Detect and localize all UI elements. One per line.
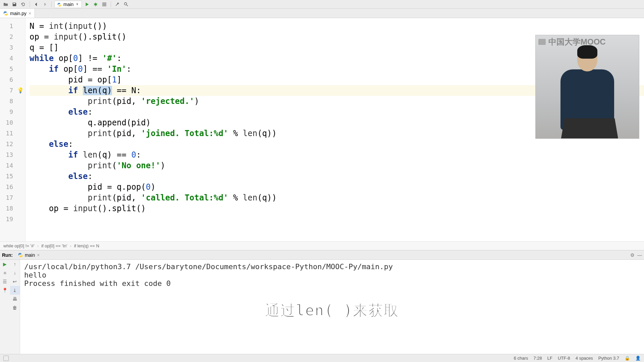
status-line-ending[interactable]: LF <box>547 356 552 361</box>
forward-icon[interactable] <box>41 1 49 8</box>
line-number: 12 <box>0 139 25 149</box>
svg-point-2 <box>124 2 127 5</box>
run-config-selector[interactable]: main ▼ <box>54 1 82 8</box>
toolbar-separator <box>51 1 52 7</box>
line-number: 7💡 <box>0 85 25 96</box>
tab-label: main.py <box>10 11 26 16</box>
status-bar: 6 chars 7:28 LF UTF-8 4 spaces Python 3.… <box>0 354 644 362</box>
line-number: 11 <box>0 128 25 139</box>
editor: 1 2 3 4 5 6 7💡 8 9 10 11 12 13 14 15 16 … <box>0 18 644 241</box>
line-number: 3 <box>0 42 25 53</box>
breadcrumb-item[interactable]: while op[0] != '#' <box>3 243 35 248</box>
back-icon[interactable] <box>33 1 40 8</box>
search-icon[interactable] <box>122 1 130 8</box>
status-indent[interactable]: 4 spaces <box>576 356 593 361</box>
open-icon[interactable] <box>2 1 9 8</box>
soft-wrap-icon[interactable]: ↩ <box>10 277 20 286</box>
rerun-button[interactable]: ▶ <box>0 260 10 268</box>
breadcrumb-item[interactable]: if op[0] == 'In' <box>41 243 67 248</box>
python-icon <box>57 2 61 6</box>
layout-icon[interactable]: ☰ <box>0 277 10 286</box>
presenter-figure <box>557 41 618 138</box>
breadcrumb-item[interactable]: if len(q) == N <box>74 243 99 248</box>
up-icon[interactable]: ↑ <box>10 260 20 268</box>
status-encoding[interactable]: UTF-8 <box>558 356 570 361</box>
line-number: 13 <box>0 149 25 160</box>
main-toolbar: main ▼ <box>0 0 644 9</box>
status-chars: 6 chars <box>514 356 528 361</box>
chevron-down-icon: ▼ <box>75 2 79 6</box>
line-number: 14 <box>0 160 25 171</box>
line-number: 5 <box>0 64 25 74</box>
line-number: 10 <box>0 117 25 128</box>
run-side-toolbar: ▶ ↑ ■ ↓ ☰ ↩ 📍 ⤓ 🖶 🗑 <box>0 260 20 354</box>
tab-main-py[interactable]: main.py × <box>0 9 35 18</box>
print-icon[interactable]: 🖶 <box>10 295 20 303</box>
line-number: 18 <box>0 203 25 214</box>
line-number: 4 <box>0 53 25 64</box>
status-caret-pos[interactable]: 7:28 <box>533 356 542 361</box>
tool-window-icon[interactable] <box>3 356 9 361</box>
run-button[interactable] <box>83 1 91 8</box>
line-number: 6 <box>0 74 25 85</box>
breadcrumb: while op[0] != '#' › if op[0] == 'In' › … <box>0 241 644 250</box>
editor-tabs: main.py × <box>0 9 644 18</box>
run-panel: Run: main × ⚙ — ▶ ↑ ■ ↓ ☰ ↩ 📍 ⤓ <box>0 250 644 354</box>
blank <box>0 295 10 303</box>
gear-icon[interactable]: ⚙ <box>630 252 635 258</box>
inspector-icon[interactable]: 👤 <box>635 356 641 361</box>
scroll-to-end-icon[interactable]: ⤓ <box>10 286 20 295</box>
status-interpreter[interactable]: Python 3.7 <box>598 356 619 361</box>
python-icon <box>3 11 8 16</box>
console-line: /usr/local/bin/python3.7 /Users/barytone… <box>24 262 640 271</box>
console-line: hello <box>24 271 640 279</box>
lock-icon[interactable]: 🔒 <box>625 356 630 361</box>
run-panel-header: Run: main × ⚙ — <box>0 250 644 260</box>
python-icon <box>18 253 23 257</box>
run-config-name: main <box>25 252 35 258</box>
run-label: Run: <box>2 252 13 258</box>
line-number: 9 <box>0 107 25 117</box>
intention-bulb-icon[interactable]: 💡 <box>17 85 24 96</box>
trash-icon[interactable]: 🗑 <box>10 303 20 312</box>
line-number: 19 <box>0 214 25 225</box>
svg-point-0 <box>95 3 97 5</box>
subtitle-overlay: 通过len( )来获取 <box>265 301 399 320</box>
logo-icon <box>538 39 546 45</box>
line-number: 2 <box>0 32 25 42</box>
pin-icon[interactable]: 📍 <box>0 286 10 295</box>
video-overlay: 中国大学MOOC <box>535 35 639 139</box>
line-number: 17 <box>0 192 25 203</box>
line-number: 8 <box>0 96 25 107</box>
line-number: 16 <box>0 182 25 192</box>
chevron-right-icon: › <box>70 243 71 248</box>
console-output[interactable]: /usr/local/bin/python3.7 /Users/barytone… <box>20 260 644 354</box>
selected-text: len(q) <box>83 86 112 95</box>
line-number: 15 <box>0 171 25 182</box>
run-config-label: main <box>63 2 73 7</box>
run-config-tab[interactable]: main × <box>15 252 43 258</box>
svg-rect-1 <box>102 2 106 6</box>
wrench-icon[interactable] <box>114 1 121 8</box>
line-number: 1 <box>0 21 25 32</box>
debug-button[interactable] <box>92 1 99 8</box>
stop-button[interactable] <box>101 1 108 8</box>
down-icon[interactable]: ↓ <box>10 268 20 277</box>
save-icon[interactable] <box>11 1 18 8</box>
chevron-right-icon: › <box>37 243 39 248</box>
console-line: Process finished with exit code 0 <box>24 279 640 288</box>
stop-button[interactable]: ■ <box>0 268 10 277</box>
refresh-icon[interactable] <box>19 1 27 8</box>
close-icon[interactable]: × <box>37 252 40 258</box>
minimize-icon[interactable]: — <box>637 252 642 258</box>
toolbar-separator <box>30 1 30 7</box>
toolbar-separator <box>111 1 111 7</box>
close-icon[interactable]: × <box>29 11 31 16</box>
gutter: 1 2 3 4 5 6 7💡 8 9 10 11 12 13 14 15 16 … <box>0 18 25 241</box>
blank <box>0 303 10 312</box>
